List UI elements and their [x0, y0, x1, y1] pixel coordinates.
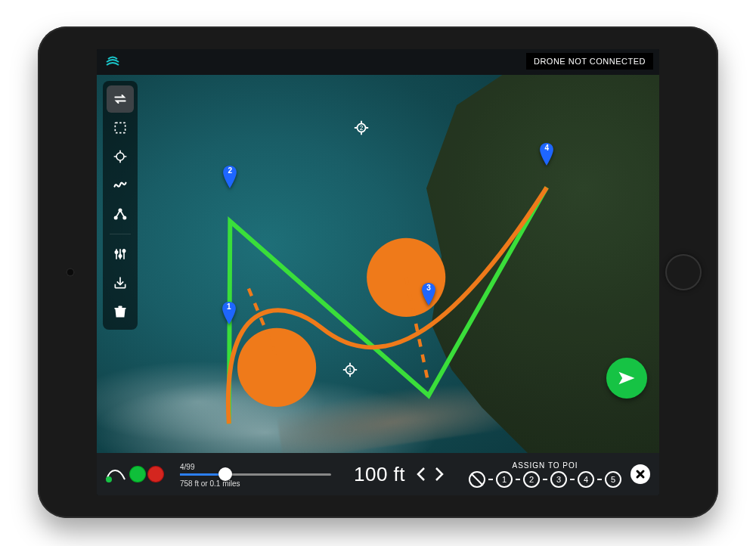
waypoint-pin-2[interactable]: 2 [222, 166, 238, 188]
svg-point-33 [106, 476, 112, 482]
bottom-bar: 4/99 758 ft or 0.1 miles 100 ft ASSIGN T… [97, 453, 659, 495]
status-dot-green[interactable] [130, 467, 145, 482]
waypoint-pin-4[interactable]: 4 [538, 143, 555, 166]
svg-point-0 [237, 328, 316, 407]
svg-rect-31 [119, 306, 122, 309]
assign-poi-block: ASSIGN TO POI 1 2 3 4 5 [469, 461, 621, 488]
close-button[interactable] [631, 464, 650, 484]
connection-status: DRONE NOT CONNECTED [526, 53, 653, 70]
altitude-stepper [413, 464, 448, 485]
device-home-button [665, 254, 702, 290]
assign-poi-title: ASSIGN TO POI [513, 461, 578, 470]
launch-button[interactable] [606, 358, 647, 399]
slider-top-label: 4/99 [180, 463, 194, 471]
poi-option-4[interactable]: 4 [578, 471, 594, 488]
map-poi-1[interactable]: 1 [342, 361, 358, 378]
top-bar: DRONE NOT CONNECTED [97, 49, 659, 75]
device-camera [66, 268, 75, 277]
altitude-decrease[interactable] [413, 464, 429, 485]
svg-point-30 [122, 250, 125, 252]
download-tool[interactable] [107, 269, 134, 296]
trash-tool[interactable] [107, 298, 134, 325]
path-mode-icon [106, 463, 125, 486]
map-canvas[interactable]: 1 2 1 2 3 [97, 75, 659, 453]
svg-text:1: 1 [349, 367, 352, 374]
poi-option-1[interactable]: 1 [496, 471, 513, 488]
target-tool[interactable] [107, 143, 134, 170]
waypoint-pin-3[interactable]: 3 [420, 283, 437, 306]
map-poi-2[interactable]: 2 [353, 119, 370, 136]
svg-rect-32 [115, 308, 126, 309]
svg-text:2: 2 [359, 125, 363, 132]
app-screen: DRONE NOT CONNECTED [97, 49, 659, 495]
waypoint-pin-1[interactable]: 1 [221, 302, 237, 324]
sliders-tool[interactable] [107, 240, 134, 268]
app-logo-icon[interactable] [101, 51, 124, 73]
status-dot-red[interactable] [148, 467, 163, 482]
poi-option-none[interactable] [469, 471, 485, 488]
altitude-increase[interactable] [431, 464, 448, 485]
poi-option-3[interactable]: 3 [550, 471, 567, 488]
slider-bottom-label: 758 ft or 0.1 miles [180, 479, 240, 488]
flight-path-overlay [97, 75, 659, 453]
svg-point-17 [116, 153, 124, 160]
freehand-tool[interactable] [107, 172, 134, 199]
path-tool[interactable] [107, 200, 134, 228]
tablet-frame: DRONE NOT CONNECTED [38, 26, 718, 518]
poi-option-5[interactable]: 5 [605, 471, 621, 488]
svg-rect-16 [115, 123, 125, 132]
altitude-value: 100 ft [354, 463, 405, 486]
airplane-icon [616, 368, 637, 389]
select-tool[interactable] [107, 114, 134, 141]
svg-point-28 [119, 255, 121, 257]
distance-slider[interactable]: 4/99 758 ft or 0.1 miles [180, 473, 331, 476]
poi-option-2[interactable]: 2 [523, 471, 540, 488]
swap-tool[interactable] [107, 85, 134, 113]
svg-point-26 [115, 251, 117, 253]
left-toolbar [103, 81, 138, 330]
